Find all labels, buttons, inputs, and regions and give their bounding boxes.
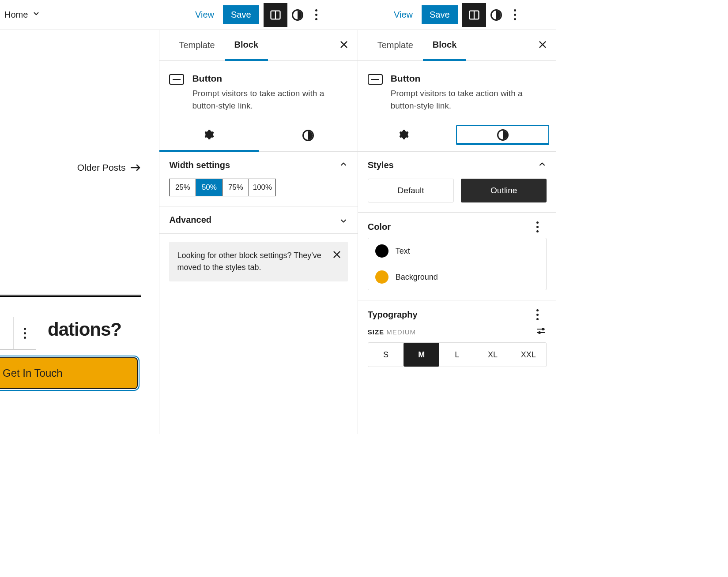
panel-toggle-width[interactable]: Width settings xyxy=(159,152,357,179)
font-size-group: S M L XL XXL xyxy=(368,342,547,367)
view-button[interactable]: View xyxy=(191,7,219,22)
size-m[interactable]: M xyxy=(404,343,439,367)
tab-block[interactable]: Block xyxy=(225,30,268,61)
heading-fragment: dations? xyxy=(48,319,121,340)
chevron-down-icon xyxy=(339,214,348,225)
settings-moved-notice: Looking for other block settings? They'v… xyxy=(169,242,347,281)
styles-icon[interactable] xyxy=(490,9,502,21)
advanced-panel: Advanced xyxy=(159,206,357,234)
subtab-settings[interactable] xyxy=(358,120,449,151)
size-label: SIZE MEDIUM xyxy=(368,328,416,336)
sidebar-toggle-button[interactable] xyxy=(264,3,287,27)
inspector-sidebar-settings: Template Block Button Prompt visitors to… xyxy=(159,30,358,434)
older-posts-link[interactable]: Older Posts xyxy=(77,162,142,173)
block-description: Prompt visitors to take action with a bu… xyxy=(192,87,347,112)
panel-title: Advanced xyxy=(169,215,211,225)
more-menu-button[interactable] xyxy=(308,9,325,20)
view-button[interactable]: View xyxy=(389,7,417,22)
button-block-icon xyxy=(169,74,184,85)
notice-text: Looking for other block settings? They'v… xyxy=(177,251,321,272)
toolbar-more-button[interactable] xyxy=(14,317,36,349)
width-25[interactable]: 25% xyxy=(170,179,196,196)
gear-icon xyxy=(203,129,215,142)
sliders-icon xyxy=(536,326,547,336)
width-button-group: 25% 50% 75% 100% xyxy=(169,179,276,196)
styles-icon[interactable] xyxy=(292,9,303,21)
width-75[interactable]: 75% xyxy=(223,179,249,196)
close-icon xyxy=(332,250,342,259)
home-dropdown[interactable]: Home xyxy=(0,10,45,20)
save-button[interactable]: Save xyxy=(223,5,259,24)
width-settings-panel: Width settings 25% 50% 75% 100% xyxy=(159,152,357,206)
close-icon xyxy=(538,40,547,49)
close-sidebar-button[interactable] xyxy=(339,40,349,51)
inspector-subtabs xyxy=(358,120,556,152)
dismiss-notice-button[interactable] xyxy=(332,250,342,263)
get-in-touch-button[interactable]: Get In Touch xyxy=(0,357,138,389)
separator-block xyxy=(0,295,141,297)
sidebar-toggle-button[interactable] xyxy=(462,3,486,27)
panel-title: Styles xyxy=(368,160,394,170)
panel-title: Color xyxy=(368,222,391,232)
block-title: Button xyxy=(192,73,347,84)
inspector-sidebar-styles: Template Block Button Prompt visitors to… xyxy=(358,30,556,434)
editor-canvas: Older Posts dations? Get In Touch xyxy=(0,30,159,434)
gear-icon xyxy=(398,129,409,142)
save-button[interactable]: Save xyxy=(422,5,458,24)
size-l[interactable]: L xyxy=(439,343,475,367)
width-50[interactable]: 50% xyxy=(196,179,223,196)
older-posts-label: Older Posts xyxy=(77,162,126,173)
subtab-settings[interactable] xyxy=(159,120,258,151)
color-text-row[interactable]: Text xyxy=(368,238,546,264)
width-100[interactable]: 100% xyxy=(249,179,275,196)
block-title: Button xyxy=(391,73,547,84)
contrast-icon xyxy=(497,129,509,141)
size-xl[interactable]: XL xyxy=(475,343,511,367)
block-description: Prompt visitors to take action with a bu… xyxy=(391,87,547,112)
custom-size-button[interactable] xyxy=(536,326,547,338)
color-panel-menu[interactable] xyxy=(529,221,547,232)
panel-icon xyxy=(468,9,480,21)
block-toolbar xyxy=(0,317,36,349)
color-background-label: Background xyxy=(396,273,438,282)
button-label: Get In Touch xyxy=(3,367,63,379)
tab-template[interactable]: Template xyxy=(368,30,423,60)
panel-toggle-styles[interactable]: Styles xyxy=(358,152,556,179)
tab-template[interactable]: Template xyxy=(169,30,224,60)
inspector-subtabs xyxy=(159,120,357,152)
panel-title: Typography xyxy=(368,310,418,320)
color-text-label: Text xyxy=(396,247,410,256)
close-icon xyxy=(339,40,349,49)
block-header: Button Prompt visitors to take action wi… xyxy=(358,61,556,120)
swatch-background xyxy=(375,270,389,284)
contrast-icon xyxy=(302,130,314,141)
style-variant-default[interactable]: Default xyxy=(368,179,454,202)
style-variant-outline[interactable]: Outline xyxy=(461,179,547,202)
close-sidebar-button[interactable] xyxy=(538,40,547,51)
button-block-icon xyxy=(368,74,383,85)
svg-point-7 xyxy=(538,331,541,334)
panel-icon xyxy=(269,9,282,21)
toolbar-group-1: View Save xyxy=(191,3,325,27)
inspector-tabs: Template Block xyxy=(159,30,357,61)
home-label: Home xyxy=(4,10,28,20)
color-panel: Color Text Background xyxy=(358,213,556,300)
svg-point-5 xyxy=(542,328,544,330)
top-bar: Home View Save View Save xyxy=(0,0,556,30)
typography-panel: Typography SIZE MEDIUM xyxy=(358,300,556,376)
more-menu-button[interactable] xyxy=(506,9,524,20)
size-xxl[interactable]: XXL xyxy=(510,343,546,367)
tab-block[interactable]: Block xyxy=(423,30,466,61)
toolbar-group-2: View Save xyxy=(389,3,524,27)
color-list: Text Background xyxy=(368,238,547,290)
typography-panel-menu[interactable] xyxy=(529,309,547,320)
panel-toggle-advanced[interactable]: Advanced xyxy=(159,206,357,233)
swatch-text xyxy=(375,244,389,258)
subtab-styles[interactable] xyxy=(259,120,358,151)
color-background-row[interactable]: Background xyxy=(368,264,546,290)
inspector-tabs: Template Block xyxy=(358,30,556,61)
toolbar-cell[interactable] xyxy=(0,317,14,349)
arrow-right-icon xyxy=(131,164,141,171)
size-s[interactable]: S xyxy=(368,343,404,367)
subtab-styles[interactable] xyxy=(456,125,549,145)
